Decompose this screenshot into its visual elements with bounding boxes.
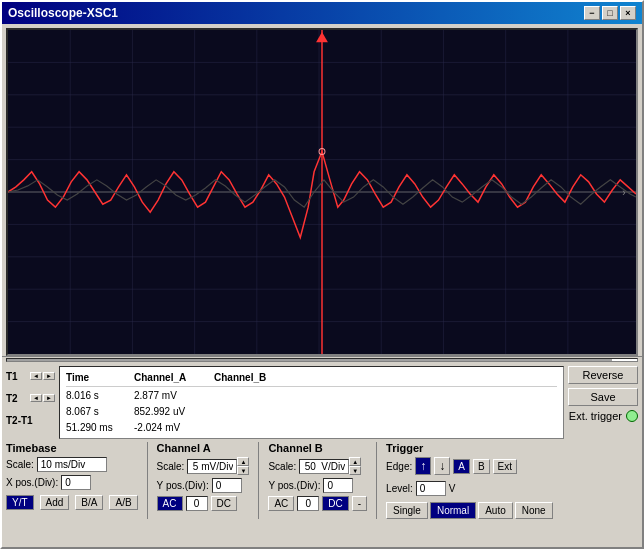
sep3 <box>376 442 377 519</box>
window-title: Oscilloscope-XSC1 <box>8 6 118 20</box>
ext-trigger-led <box>626 410 638 422</box>
oscilloscope-screen: › <box>6 28 638 356</box>
trigger-section: Trigger Edge: ↑ ↓ A B Ext Level: V Singl… <box>386 442 638 519</box>
trigger-auto-btn[interactable]: Auto <box>478 502 513 519</box>
timebase-xpos-label: X pos.(Div): <box>6 477 58 488</box>
controls-panel: T1 ◄ ► T2 ◄ ► T2-T1 <box>2 362 642 547</box>
trigger-chb-btn[interactable]: B <box>473 459 490 474</box>
cha-header: Channel_A <box>134 370 214 385</box>
t1-cha-val: 2.877 mV <box>134 388 214 403</box>
channel-a-scale-label: Scale: <box>157 461 185 472</box>
ab-button[interactable]: A/B <box>109 495 137 510</box>
channel-a-dc-btn[interactable]: DC <box>211 496 237 511</box>
channel-a-coupling-buttons: AC DC <box>157 496 250 511</box>
t1-chb-val <box>214 388 294 403</box>
ba-button[interactable]: B/A <box>75 495 103 510</box>
t1-label: T1 <box>6 371 28 382</box>
t2-time-val: 8.067 s <box>66 404 134 419</box>
channel-a-ypos-label: Y pos.(Div): <box>157 480 209 491</box>
channel-b-ypos-row: Y pos.(Div): <box>268 478 367 493</box>
trigger-normal-btn[interactable]: Normal <box>430 502 476 519</box>
timebase-scale-display: 10 ms/Div <box>37 457 107 472</box>
channel-b-scale-spinbtns: ▲ ▼ <box>349 457 361 475</box>
trigger-edge-label: Edge: <box>386 461 412 472</box>
channel-b-ypos-input[interactable] <box>323 478 353 493</box>
trigger-mode-buttons: Single Normal Auto None <box>386 502 638 519</box>
measurements-area: T1 ◄ ► T2 ◄ ► T2-T1 <box>6 366 564 439</box>
scrollbar-track[interactable] <box>6 358 638 362</box>
sep1 <box>147 442 148 519</box>
t1-left-btn[interactable]: ◄ <box>30 372 42 380</box>
t1-time-val: 8.016 s <box>66 388 134 403</box>
t2-left-btn[interactable]: ◄ <box>30 394 42 402</box>
channel-a-zero-input[interactable] <box>186 496 208 511</box>
channel-a-section: Channel A Scale: ▲ ▼ Y pos.(Div): <box>157 442 250 511</box>
timebase-scale-label: Scale: <box>6 459 34 470</box>
add-button[interactable]: Add <box>40 495 70 510</box>
trigger-none-btn[interactable]: None <box>515 502 553 519</box>
trigger-level-input[interactable] <box>416 481 446 496</box>
trigger-single-btn[interactable]: Single <box>386 502 428 519</box>
trigger-fall-btn[interactable]: ↓ <box>434 457 450 475</box>
minimize-button[interactable]: − <box>584 6 600 20</box>
timebase-section: Timebase Scale: 10 ms/Div X pos.(Div): Y… <box>6 442 138 510</box>
t2-chb-val <box>214 404 294 419</box>
timebase-bottom-row: Y/T Add B/A A/B <box>6 495 138 510</box>
controls-bottom: Timebase Scale: 10 ms/Div X pos.(Div): Y… <box>6 442 638 519</box>
t2-arrows: ◄ ► <box>30 394 55 402</box>
channel-a-scale-down[interactable]: ▼ <box>237 466 249 475</box>
meas-headers: Time Channel_A Channel_B <box>66 370 557 387</box>
close-button[interactable]: × <box>620 6 636 20</box>
yt-button[interactable]: Y/T <box>6 495 34 510</box>
channel-b-scale-spin: ▲ ▼ <box>299 457 361 475</box>
diff-time-val: 51.290 ms <box>66 420 134 435</box>
t2-cha-val: 852.992 uV <box>134 404 214 419</box>
right-buttons: Reverse Save Ext. trigger <box>568 366 638 422</box>
ext-trigger-label: Ext. trigger <box>569 410 622 422</box>
title-bar-buttons: − □ × <box>584 6 636 20</box>
diff-cha-val: -2.024 mV <box>134 420 214 435</box>
oscilloscope-window: Oscilloscope-XSC1 − □ × <box>0 0 644 549</box>
channel-a-scale-up[interactable]: ▲ <box>237 457 249 466</box>
channel-b-scale-input[interactable] <box>299 459 349 474</box>
trigger-ext-btn[interactable]: Ext <box>493 459 517 474</box>
save-button[interactable]: Save <box>568 388 638 406</box>
channel-a-ypos-row: Y pos.(Div): <box>157 478 250 493</box>
channel-b-minus-btn[interactable]: - <box>352 496 367 511</box>
channel-b-scale-row: Scale: ▲ ▼ <box>268 457 367 475</box>
maximize-button[interactable]: □ <box>602 6 618 20</box>
channel-a-ypos-input[interactable] <box>212 478 242 493</box>
chb-header: Channel_B <box>214 370 294 385</box>
t1-row: T1 ◄ ► <box>6 366 55 386</box>
t2-right-btn[interactable]: ► <box>43 394 55 402</box>
channel-b-ac-btn[interactable]: AC <box>268 496 294 511</box>
channel-b-zero-input[interactable] <box>297 496 319 511</box>
timebase-label: Timebase <box>6 442 138 454</box>
trigger-level-row: Level: V <box>386 481 638 496</box>
channel-a-ac-btn[interactable]: AC <box>157 496 183 511</box>
channel-b-dc-btn[interactable]: DC <box>322 496 348 511</box>
time-header: Time <box>66 370 134 385</box>
timebase-xpos-input[interactable] <box>61 475 91 490</box>
trigger-rise-btn[interactable]: ↑ <box>415 457 431 475</box>
trigger-level-unit: V <box>449 483 456 494</box>
t2-label: T2 <box>6 393 28 404</box>
oscilloscope-grid: › <box>8 30 636 354</box>
trigger-edge-row: Edge: ↑ ↓ A B Ext <box>386 457 638 475</box>
scrollbar-area <box>2 356 642 362</box>
channel-b-scale-up[interactable]: ▲ <box>349 457 361 466</box>
timebase-xpos-row: X pos.(Div): <box>6 475 138 490</box>
t2-row: T2 ◄ ► <box>6 388 55 408</box>
channel-b-scale-down[interactable]: ▼ <box>349 466 361 475</box>
reverse-button[interactable]: Reverse <box>568 366 638 384</box>
svg-text:›: › <box>622 187 625 198</box>
diff-chb-val <box>214 420 294 435</box>
t1-right-btn[interactable]: ► <box>43 372 55 380</box>
t2-meas-row: 8.067 s 852.992 uV <box>66 404 557 419</box>
channel-a-scale-input[interactable] <box>187 459 237 474</box>
timebase-scale-row: Scale: 10 ms/Div <box>6 457 138 472</box>
channel-a-label: Channel A <box>157 442 250 454</box>
scrollbar-thumb[interactable] <box>612 359 637 361</box>
trigger-cha-btn[interactable]: A <box>453 459 470 474</box>
t2t1-label: T2-T1 <box>6 415 48 426</box>
